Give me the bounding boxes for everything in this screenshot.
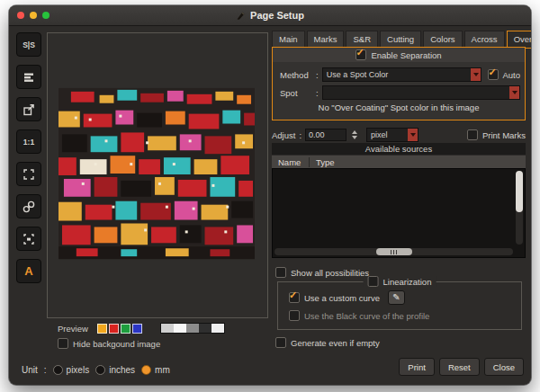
compare-view-button[interactable]: S|S bbox=[16, 32, 41, 57]
method-label: Method bbox=[280, 70, 312, 80]
hide-background-checkbox[interactable]: Hide backgound image bbox=[58, 338, 160, 349]
title-area: Page Setup bbox=[9, 5, 531, 25]
adjust-row: Adjust : pixel Print Marks bbox=[272, 128, 526, 142]
enable-separation-checkbox[interactable]: Enable Separation bbox=[273, 48, 525, 62]
window-title: Page Setup bbox=[250, 10, 304, 21]
column-name[interactable]: Name bbox=[272, 157, 309, 167]
radio-button bbox=[95, 365, 105, 375]
dropdown-arrow-icon[interactable] bbox=[408, 129, 418, 141]
footer-buttons: Print Reset Close bbox=[399, 358, 524, 376]
linearization-group: Linearization Use a custom curve ✎ Use t… bbox=[277, 281, 522, 330]
compare-view-label: S|S bbox=[22, 40, 35, 49]
ink-swatch bbox=[132, 324, 142, 334]
adjust-label: Adjust bbox=[272, 130, 295, 140]
ink-swatch bbox=[97, 324, 107, 334]
radio-button bbox=[53, 365, 63, 375]
step-up-icon bbox=[352, 130, 357, 134]
adjust-value-input[interactable] bbox=[305, 129, 346, 141]
tab-marks[interactable]: Marks bbox=[307, 31, 345, 49]
titlebar: Page Setup bbox=[9, 5, 531, 26]
layout-button[interactable] bbox=[16, 65, 41, 89]
unit-option-label: inches bbox=[109, 365, 135, 375]
selection-icon bbox=[22, 232, 36, 246]
export-icon bbox=[22, 102, 36, 117]
pencil-icon: ✎ bbox=[392, 293, 400, 302]
adjust-stepper[interactable] bbox=[352, 130, 357, 139]
sources-table[interactable] bbox=[272, 168, 526, 258]
horizontal-scrollbar-thumb[interactable] bbox=[376, 248, 412, 255]
spot-label: Spot bbox=[280, 88, 312, 98]
show-all-possibilities-checkbox[interactable]: Show all possibilities bbox=[275, 267, 369, 278]
tab-cutting[interactable]: Cutting bbox=[380, 31, 421, 49]
reset-button[interactable]: Reset bbox=[439, 358, 480, 376]
custom-curve-checkbox[interactable]: Use a custom curve ✎ bbox=[289, 290, 405, 305]
checkbox-box-checked bbox=[488, 69, 499, 80]
generate-even-if-empty-checkbox[interactable]: Generate even if empty bbox=[275, 337, 380, 348]
grayscale-strip bbox=[160, 323, 225, 334]
method-dropdown[interactable]: Use a Spot Color bbox=[322, 67, 482, 82]
no-spot-color-note: No "Over Coating" Spot color in this ima… bbox=[273, 102, 525, 112]
unit-option-inches[interactable]: inches bbox=[95, 365, 135, 375]
checkbox-box bbox=[275, 267, 286, 278]
link-button[interactable] bbox=[16, 194, 41, 218]
tab-sr[interactable]: S&R bbox=[346, 31, 378, 49]
unit-selector: Unit : pixels inches mm bbox=[22, 365, 170, 375]
unit-option-label: mm bbox=[155, 365, 170, 375]
custom-curve-label: Use a custom curve bbox=[304, 293, 380, 303]
auto-checkbox[interactable]: Auto bbox=[488, 69, 520, 80]
adjust-unit-value: pixel bbox=[367, 130, 408, 139]
enable-separation-label: Enable Separation bbox=[371, 50, 441, 60]
gray-segment bbox=[161, 324, 174, 333]
spot-dropdown[interactable] bbox=[322, 85, 520, 100]
tab-across[interactable]: Across bbox=[464, 31, 505, 49]
actual-size-label: 1:1 bbox=[23, 138, 34, 147]
checkbox-box-checked bbox=[356, 49, 366, 60]
ink-swatch bbox=[109, 324, 119, 334]
colon: : bbox=[316, 88, 319, 98]
spot-row: Spot : bbox=[280, 85, 520, 100]
vertical-scrollbar-thumb[interactable] bbox=[516, 171, 523, 212]
linearization-checkbox[interactable]: Linearization bbox=[364, 276, 436, 287]
print-button[interactable]: Print bbox=[399, 358, 435, 376]
link-icon bbox=[22, 200, 36, 214]
linearization-label: Linearization bbox=[383, 277, 432, 287]
checkbox-box-checked bbox=[289, 292, 300, 303]
available-sources-header: Available sources bbox=[272, 143, 526, 155]
ink-swatches bbox=[97, 324, 142, 334]
edit-curve-button[interactable]: ✎ bbox=[388, 290, 405, 305]
dropdown-arrow-icon[interactable] bbox=[471, 68, 481, 81]
method-row: Method : Use a Spot Color Auto bbox=[280, 67, 520, 82]
gray-segment bbox=[186, 324, 199, 333]
fit-screen-icon bbox=[22, 167, 36, 182]
hide-background-label: Hide backgound image bbox=[73, 339, 160, 349]
column-type[interactable]: Type bbox=[309, 157, 335, 167]
horizontal-scrollbar[interactable] bbox=[274, 248, 513, 255]
actual-size-button[interactable]: 1:1 bbox=[16, 129, 41, 154]
colon: : bbox=[299, 130, 302, 140]
close-button[interactable]: Close bbox=[484, 358, 524, 376]
preview-canvas[interactable] bbox=[47, 32, 268, 318]
vertical-scrollbar[interactable] bbox=[516, 171, 523, 245]
tab-colors[interactable]: Colors bbox=[423, 31, 462, 49]
black-curve-checkbox[interactable]: Use the Black curve of the profile bbox=[289, 310, 429, 321]
preview-image bbox=[58, 87, 255, 260]
dropdown-arrow-icon[interactable] bbox=[509, 86, 519, 99]
unit-option-pixels[interactable]: pixels bbox=[53, 365, 90, 375]
unit-label: Unit bbox=[22, 365, 38, 375]
export-button[interactable] bbox=[16, 97, 41, 121]
unit-option-mm[interactable]: mm bbox=[141, 365, 170, 375]
selection-button[interactable] bbox=[16, 227, 41, 251]
print-marks-checkbox[interactable]: Print Marks bbox=[467, 129, 526, 140]
radio-button-selected bbox=[141, 365, 151, 375]
app-icon bbox=[236, 11, 246, 21]
fit-screen-button[interactable] bbox=[16, 162, 41, 186]
tab-main[interactable]: Main bbox=[272, 31, 305, 49]
settings-tabs: Main Marks S&R Cutting Colors Across Ove… bbox=[272, 31, 531, 49]
tab-over-coating[interactable]: Over Coating bbox=[507, 31, 531, 49]
adjust-unit-dropdown[interactable]: pixel bbox=[366, 128, 418, 142]
unit-option-label: pixels bbox=[67, 365, 90, 375]
checkbox-box bbox=[58, 338, 68, 349]
text-tool-button[interactable]: A bbox=[16, 259, 41, 283]
page-setup-window: Page Setup S|S 1:1 bbox=[9, 5, 531, 385]
gray-segment bbox=[174, 324, 186, 333]
